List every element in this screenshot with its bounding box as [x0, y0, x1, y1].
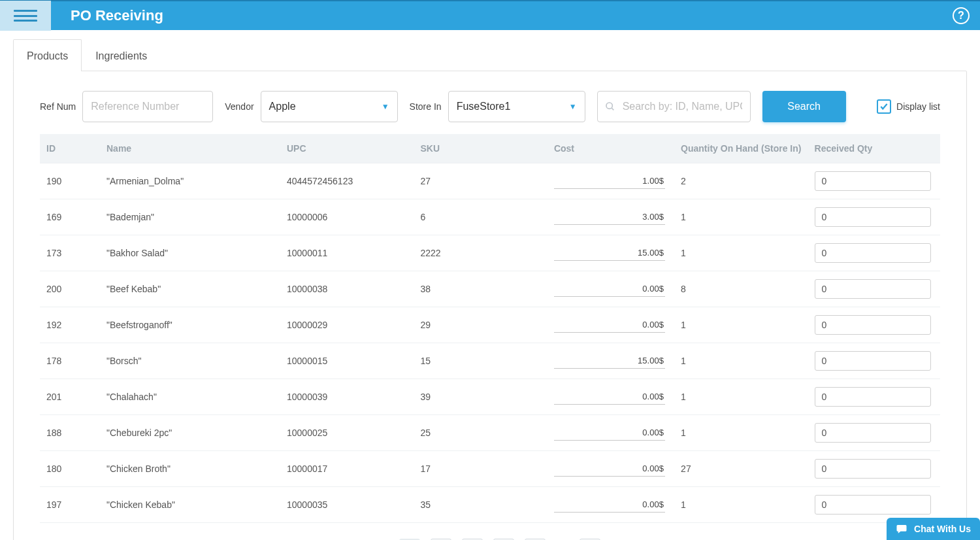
check-icon — [879, 102, 889, 111]
received-qty-input[interactable] — [815, 459, 931, 479]
chat-widget[interactable]: Chat With Us — [887, 518, 980, 540]
cell-rqty — [808, 343, 940, 379]
cost-input[interactable] — [554, 317, 665, 333]
vendor-label: Vendor — [225, 101, 253, 112]
th-sku: SKU — [414, 134, 547, 163]
cell-qoh: 1 — [674, 487, 808, 523]
table-row: 197"Chicken Kebab"10000035351 — [40, 487, 940, 523]
cell-sku: 39 — [414, 379, 547, 415]
cell-name: "Armenian_Dolma" — [100, 163, 280, 199]
topbar: PO Receiving ? — [0, 0, 980, 30]
cell-name: "Chicken Kebab" — [100, 487, 280, 523]
cell-qoh: 8 — [674, 271, 808, 307]
table-row: 192"Beefstroganoff"10000029291 — [40, 307, 940, 343]
cell-cost — [547, 451, 674, 487]
cell-qoh: 2 — [674, 163, 808, 199]
display-list-checkbox[interactable] — [877, 99, 891, 114]
tab-products[interactable]: Products — [13, 39, 82, 71]
refnum-group: Ref Num — [40, 91, 213, 122]
cell-id: 173 — [40, 235, 100, 271]
received-qty-input[interactable] — [815, 387, 931, 407]
received-qty-input[interactable] — [815, 207, 931, 227]
cell-upc: 10000006 — [280, 199, 414, 235]
cost-input[interactable] — [554, 209, 665, 225]
cell-rqty — [808, 235, 940, 271]
display-list-label: Display list — [896, 101, 940, 112]
cell-name: "Beef Kebab" — [100, 271, 280, 307]
cell-id: 188 — [40, 415, 100, 451]
received-qty-input[interactable] — [815, 171, 931, 191]
tabs-row: Products Ingredients — [13, 39, 967, 71]
cell-id: 180 — [40, 451, 100, 487]
th-qoh: Quantity On Hand (Store In) — [674, 134, 808, 163]
cost-input[interactable] — [554, 173, 665, 189]
cell-upc: 10000015 — [280, 343, 414, 379]
tab-ingredients[interactable]: Ingredients — [82, 39, 161, 71]
cell-cost — [547, 271, 674, 307]
table-row: 180"Chicken Broth"100000171727 — [40, 451, 940, 487]
cell-rqty — [808, 199, 940, 235]
received-qty-input[interactable] — [815, 423, 931, 443]
cell-rqty — [808, 307, 940, 343]
cost-input[interactable] — [554, 497, 665, 513]
menu-button[interactable] — [0, 1, 51, 31]
cell-qoh: 1 — [674, 235, 808, 271]
cell-sku: 15 — [414, 343, 547, 379]
cell-sku: 35 — [414, 487, 547, 523]
table-wrap: ID Name UPC SKU Cost Quantity On Hand (S… — [14, 134, 966, 523]
cell-upc: 10000011 — [280, 235, 414, 271]
cost-input[interactable] — [554, 461, 665, 477]
cell-name: "Chebureki 2pc" — [100, 415, 280, 451]
cost-input[interactable] — [554, 281, 665, 297]
cell-id: 192 — [40, 307, 100, 343]
refnum-label: Ref Num — [40, 101, 76, 112]
cell-qoh: 27 — [674, 451, 808, 487]
chevron-down-icon: ▼ — [382, 102, 389, 111]
vendor-select[interactable]: Apple ▼ — [261, 91, 398, 122]
svg-point-0 — [606, 103, 612, 109]
search-input[interactable] — [597, 91, 751, 122]
refnum-input[interactable] — [82, 91, 213, 122]
cell-cost — [547, 163, 674, 199]
table-row: 201"Chalahach"10000039391 — [40, 379, 940, 415]
display-list-wrap: Display list — [877, 99, 940, 114]
cost-input[interactable] — [554, 353, 665, 369]
vendor-value: Apple — [269, 101, 296, 112]
cost-input[interactable] — [554, 389, 665, 405]
store-group: Store In FuseStore1 ▼ — [410, 91, 585, 122]
store-select[interactable]: FuseStore1 ▼ — [448, 91, 585, 122]
cell-name: "Bademjan" — [100, 199, 280, 235]
chat-label: Chat With Us — [914, 524, 971, 534]
hamburger-icon — [14, 10, 37, 22]
search-wrap — [597, 91, 751, 122]
search-button[interactable]: Search — [762, 91, 846, 122]
received-qty-input[interactable] — [815, 243, 931, 263]
cost-input[interactable] — [554, 425, 665, 441]
help-icon[interactable]: ? — [953, 7, 970, 24]
page-title: PO Receiving — [71, 7, 163, 24]
cell-upc: 4044572456123 — [280, 163, 414, 199]
vendor-group: Vendor Apple ▼ — [225, 91, 397, 122]
svg-line-1 — [612, 108, 613, 110]
received-qty-input[interactable] — [815, 351, 931, 371]
received-qty-input[interactable] — [815, 279, 931, 299]
cell-name: "Beefstroganoff" — [100, 307, 280, 343]
received-qty-input[interactable] — [815, 315, 931, 335]
products-table: ID Name UPC SKU Cost Quantity On Hand (S… — [40, 134, 940, 523]
received-qty-input[interactable] — [815, 495, 931, 515]
th-upc: UPC — [280, 134, 414, 163]
table-header-row: ID Name UPC SKU Cost Quantity On Hand (S… — [40, 134, 940, 163]
cell-cost — [547, 487, 674, 523]
cell-id: 201 — [40, 379, 100, 415]
cell-upc: 10000035 — [280, 487, 414, 523]
table-row: 173"Bakhor Salad"1000001122221 — [40, 235, 940, 271]
cell-sku: 17 — [414, 451, 547, 487]
cell-qoh: 1 — [674, 343, 808, 379]
cell-sku: 38 — [414, 271, 547, 307]
cell-upc: 10000029 — [280, 307, 414, 343]
cell-id: 169 — [40, 199, 100, 235]
content: Products Ingredients Ref Num Vendor Appl… — [0, 30, 980, 540]
cell-qoh: 1 — [674, 307, 808, 343]
chevron-down-icon: ▼ — [569, 102, 577, 111]
cost-input[interactable] — [554, 245, 665, 261]
